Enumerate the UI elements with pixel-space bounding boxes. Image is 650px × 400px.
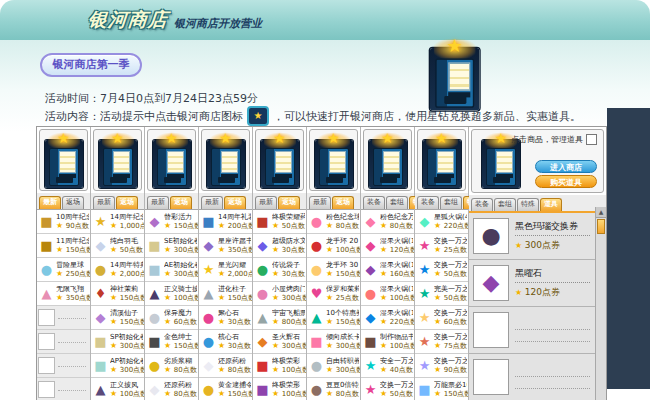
item-row[interactable]: ♦神社茉莉★ 150点数	[91, 282, 144, 306]
item-row[interactable]: ●保异魔力★ 60点数	[145, 306, 198, 330]
item-row[interactable]: ★完美一万之石★ 50点数	[415, 282, 468, 306]
item-row[interactable]: ■AP初始化卷轴★ 300点数	[91, 354, 144, 378]
season-one-button[interactable]: 银河商店第一季	[40, 53, 142, 77]
item-row[interactable]: ■金色绅士★ 150点数	[145, 330, 198, 354]
item-row[interactable]: ◆湿果火锅(120)★ 160点数	[361, 258, 414, 282]
item-row[interactable]: ◆清溪仙子★ 150点数	[91, 306, 144, 330]
item-row[interactable]: ●龙手环 20★ 100点数	[307, 234, 360, 258]
item-row[interactable]: ◆还原药粉★ 80点数	[199, 354, 252, 378]
panel-item-row[interactable]: ●黑色玛瑙交换券★ 300点券	[469, 213, 606, 260]
item-row[interactable]: ◆还原药粉★ 80点数	[145, 378, 198, 400]
scroll-up-icon[interactable]: ▲	[596, 207, 606, 218]
item-row[interactable]: ●粉色纪念球★ 80点数	[307, 210, 360, 234]
item-row[interactable]: ●湿果火锅(130)★ 100点数	[361, 282, 414, 306]
tab-套组[interactable]: 套组	[494, 198, 516, 211]
item-row[interactable]: ★安全一万之石★ 40点数	[361, 354, 414, 378]
item-row[interactable]: ■SP初始化卷轴★ 300点数	[91, 330, 144, 354]
item-row[interactable]: ●14周年特典★ 2,000点数	[91, 258, 144, 282]
buy-items-button[interactable]: 购买道具	[535, 175, 597, 188]
tab-返场[interactable]: 返场	[116, 196, 138, 209]
item-row[interactable]: ▲10个特惠券★ 150点数	[307, 306, 360, 330]
item-row[interactable]: ▲无限飞翔★ 350点数	[37, 282, 90, 306]
scrollbar-thumb[interactable]	[597, 219, 605, 234]
item-row[interactable]: ■终极荣彩★ 100点数	[253, 354, 306, 378]
panel-scrollbar[interactable]: ▲	[595, 207, 606, 400]
vending-machine-cell[interactable]: ★	[309, 129, 358, 191]
item-row[interactable]: ◆替彩活力★ 150点数	[145, 210, 198, 234]
item-row[interactable]: ■AE初始化卷轴★ 300点数	[145, 258, 198, 282]
manage-items-checkbox[interactable]	[586, 134, 597, 145]
item-row[interactable]: ★交换一万之石★ 50点数	[415, 258, 468, 282]
item-row[interactable]: ◆湿果火锅(140)★ 220点数	[361, 306, 414, 330]
item-row[interactable]: ■SE初始化卷轴★ 300点数	[145, 234, 198, 258]
galaxy-shop-star-icon[interactable]: ★	[247, 106, 269, 126]
vending-machine-cell[interactable]: ★	[147, 129, 196, 191]
tab-最新[interactable]: 最新	[201, 196, 223, 209]
tab-特殊[interactable]: 特殊	[517, 198, 539, 211]
vending-machine-cell[interactable]: ★	[201, 129, 250, 191]
item-row[interactable]: ▲进化柱子★ 150点数	[199, 282, 252, 306]
item-row[interactable]: ◆纯白羽毛★ 50点数	[91, 234, 144, 258]
tab-返场[interactable]: 返场	[170, 196, 192, 209]
item-row[interactable]: ●小屋烤肉门★ 300点数	[253, 282, 306, 306]
item-row[interactable]: ★交换一万之石★ 75点数	[415, 330, 468, 354]
item-row[interactable]: ■10周年纪念宝箱★ 90点数	[37, 210, 90, 234]
tab-返场[interactable]: 返场	[332, 196, 354, 209]
item-row[interactable]: ●传说袋子★ 30点数	[253, 258, 306, 282]
item-row[interactable]: ●龙手环 30★ 150点数	[307, 258, 360, 282]
item-row[interactable]: ●黄金逮捕令★ 150点数	[199, 378, 252, 400]
vending-machine-cell[interactable]: ★	[39, 129, 88, 191]
item-row[interactable]: ◆星座许愿书★ 350点数	[199, 234, 252, 258]
tab-最新[interactable]: 最新	[255, 196, 277, 209]
tab-套组[interactable]: 套组	[440, 196, 462, 209]
item-row[interactable]: ●劣质浆糊★ 80点数	[145, 354, 198, 378]
item-row[interactable]: ●冒险星球★ 250点数	[37, 258, 90, 282]
item-row[interactable]: ◆圣火辉石★ 300点数	[253, 330, 306, 354]
tab-道具[interactable]: 道具	[540, 198, 562, 211]
tab-装备[interactable]: 装备	[417, 196, 439, 209]
tab-最新[interactable]: 最新	[39, 196, 61, 209]
vending-machine-cell[interactable]: ★	[93, 129, 142, 191]
item-row[interactable]: ■倾向成长卡★ 300点数	[307, 330, 360, 354]
panel-item-row[interactable]: ◆黑曜石★ 120点券	[469, 260, 606, 307]
item-row[interactable]: ▲正义骑士披风★ 100点数	[145, 282, 198, 306]
item-row[interactable]: ★交换一万之石★ 60点数	[415, 306, 468, 330]
tab-返场[interactable]: 返场	[224, 196, 246, 209]
item-row[interactable]: ■终极荣形★ 100点数	[253, 378, 306, 400]
item-row[interactable]: ▲宇宙飞船票★ 800点数	[253, 306, 306, 330]
item-row[interactable]: ●豆豆0倍特效★ 80点数	[307, 378, 360, 400]
item-row[interactable]: ●聚心石★ 30点数	[199, 306, 252, 330]
item-row[interactable]: ★交换一万之石★ 90点数	[415, 354, 468, 378]
item-row[interactable]: ■万能票必100★ 150点数	[415, 378, 468, 400]
item-name: 14周年纪念	[110, 213, 143, 221]
item-row[interactable]: ★14周年纪念★ 1,000点数	[91, 210, 144, 234]
item-row[interactable]: ◆湿果火锅(110)★ 120点数	[361, 234, 414, 258]
tab-装备[interactable]: 装备	[363, 196, 385, 209]
vending-machine-cell[interactable]: ★	[255, 129, 304, 191]
tab-最新[interactable]: 最新	[309, 196, 331, 209]
item-row[interactable]: ■制作物品书★ 100点数	[361, 330, 414, 354]
item-row[interactable]: ●核心石★ 30点数	[199, 330, 252, 354]
item-row[interactable]: ●自由转职券★ 300点数	[307, 354, 360, 378]
enter-shop-button[interactable]: 进入商店	[535, 160, 597, 173]
tab-装备[interactable]: 装备	[471, 198, 493, 211]
tab-最新[interactable]: 最新	[93, 196, 115, 209]
item-row[interactable]: ■终极荣耀药水★ 50点数	[253, 210, 306, 234]
vending-machine-cell[interactable]: ★	[363, 129, 412, 191]
item-row[interactable]: ◆星狐火锅(40)★ 220点数	[415, 210, 468, 234]
item-row[interactable]: ■14周年礼装★ 200点数	[199, 210, 252, 234]
item-row[interactable]: ★交换一万之石★ 50点数	[361, 378, 414, 400]
item-row[interactable]: ♥保罗和茱莉★ 25点数	[307, 282, 360, 306]
item-row[interactable]: ▲正义披风★ 100点数	[91, 378, 144, 400]
vending-machine-cell[interactable]: ★	[417, 129, 466, 191]
blue-giftbox-icon: ■	[200, 213, 217, 230]
item-row[interactable]: ★星光闪耀★ 2,000点数	[199, 258, 252, 282]
tab-最新[interactable]: 最新	[147, 196, 169, 209]
item-row[interactable]: ◆粉色纪念万花★ 80点数	[361, 210, 414, 234]
item-row[interactable]: ◆超级防水文具★ 30点数	[253, 234, 306, 258]
tab-套组[interactable]: 套组	[386, 196, 408, 209]
tab-返场[interactable]: 返场	[62, 196, 84, 209]
item-row[interactable]: ■11周年纪念宝箱★ 150点数	[37, 234, 90, 258]
tab-返场[interactable]: 返场	[278, 196, 300, 209]
item-row[interactable]: ★交换一万之石★ 25点数	[415, 234, 468, 258]
